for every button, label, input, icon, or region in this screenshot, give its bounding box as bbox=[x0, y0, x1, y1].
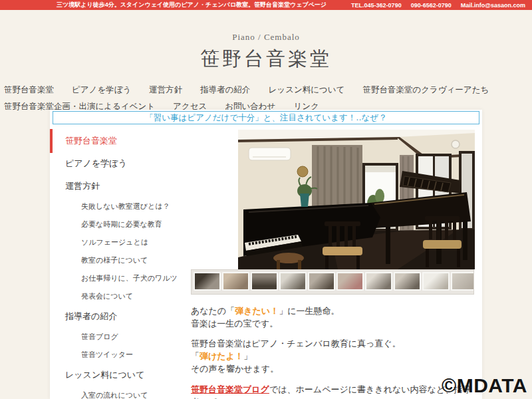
topbar-tel-mobile: 090-6562-0790 bbox=[411, 2, 452, 9]
gallery-thumbnail-2[interactable] bbox=[222, 272, 249, 291]
nav-row-1: 笹野台音楽堂 ピアノを学ぼう 運営方針 指導者の紹介 レッスン料について 笹野台… bbox=[0, 82, 532, 98]
sidebar-item-instructors[interactable]: 指導者の紹介 bbox=[50, 305, 191, 328]
wall-clock bbox=[452, 140, 460, 148]
intro-copy: あなたの「弾きたい！」に一生懸命。 音楽は一生の宝です。 笹野台音楽堂はピアノ・… bbox=[191, 305, 482, 399]
gallery-thumbnail-3[interactable] bbox=[251, 272, 278, 291]
sidebar-subitem-twitter[interactable]: 笹音ツイッター bbox=[50, 346, 191, 364]
topbar: 三ツ境駅より徒歩4分。スタインウェイ使用のピアノ・チェンバロ教室。笹野台音楽堂ウ… bbox=[0, 0, 532, 10]
sidebar-subitem-education-timing[interactable]: 必要な時期に必要な教育 bbox=[50, 215, 191, 233]
gallery-thumbnail-6[interactable] bbox=[336, 272, 364, 291]
main-photo bbox=[238, 130, 475, 269]
sidebar-subitem-recital[interactable]: 発表会について bbox=[50, 287, 191, 305]
blog-paragraph: 笹野台音楽堂ブログでは、ホームページに書ききれない内容など、指導者・ピアニス 者… bbox=[191, 383, 482, 399]
sidebar-subitem-solfege[interactable]: ソルフェージュとは bbox=[50, 233, 191, 251]
sidebar-item-lesson-fees[interactable]: レッスン料について bbox=[50, 364, 191, 386]
gallery-thumbnail-4[interactable] bbox=[279, 272, 307, 291]
gallery-thumbnails-strip bbox=[191, 269, 474, 295]
gallery-thumbnail-1[interactable] bbox=[194, 272, 221, 291]
mission-paragraph: 笹野台音楽堂はピアノ・チェンバロ教育に真っ直ぐ。 「弾けたよ！」 その声を響かせ… bbox=[191, 337, 482, 375]
sidebar-subitem-blog[interactable]: 笹音ブログ bbox=[50, 328, 191, 346]
site-title: 笹野台音楽堂 bbox=[0, 46, 532, 72]
sidebar-subitem-choosing-classroom[interactable]: 失敗しない教室選びとは？ bbox=[50, 198, 191, 215]
lead-paragraph: あなたの「弾きたい！」に一生懸命。 音楽は一生の宝です。 bbox=[191, 305, 482, 330]
nav-learn-piano[interactable]: ピアノを学ぼう bbox=[72, 84, 131, 96]
sidebar-subitem-classroom-scenes[interactable]: 教室の様子について bbox=[50, 251, 191, 269]
content-card: 「習い事はピアノだけで十分」と、注目されています！‥なぜ？ 笹野台音楽堂 ピアノ… bbox=[50, 110, 482, 399]
highlight-hiketayo: 弾けたよ！ bbox=[200, 351, 243, 361]
main-content: あなたの「弾きたい！」に一生懸命。 音楽は一生の宝です。 笹野台音楽堂はピアノ・… bbox=[191, 130, 482, 399]
gallery-thumbnail-7[interactable] bbox=[365, 272, 392, 291]
gallery-thumbnail-9[interactable] bbox=[422, 272, 450, 291]
gallery-thumbnail-5[interactable] bbox=[308, 272, 335, 291]
watermark: ©MDATA bbox=[442, 374, 527, 397]
sidebar-item-home[interactable]: 笹野台音楽堂 bbox=[50, 130, 191, 152]
topbar-contact: TEL.045-362-0790 090-6562-0790 Mail.info… bbox=[351, 2, 525, 9]
sidebar-subitem-after-work-waltz[interactable]: お仕事帰りに、子犬のワルツ bbox=[50, 269, 191, 287]
highlight-hikitai: 弾きたい！ bbox=[235, 306, 279, 316]
topbar-tel-primary: TEL.045-362-0790 bbox=[351, 2, 402, 9]
site-subtitle: Piano / Cembalo bbox=[0, 32, 532, 43]
topbar-mail: Mail.info@sasaon.com bbox=[461, 2, 525, 9]
notice-banner[interactable]: 「習い事はピアノだけで十分」と、注目されています！‥なぜ？ bbox=[53, 111, 479, 124]
wall-ornament bbox=[297, 166, 308, 177]
blog-link[interactable]: 笹野台音楽堂ブログ bbox=[191, 384, 269, 394]
gallery-thumbnail-8[interactable] bbox=[394, 272, 421, 291]
topbar-tagline: 三ツ境駅より徒歩4分。スタインウェイ使用のピアノ・チェンバロ教室。笹野台音楽堂ウ… bbox=[57, 1, 327, 9]
air-conditioner bbox=[249, 148, 291, 160]
sidebar-subitem-enrollment-flow[interactable]: 入室の流れについて bbox=[50, 386, 191, 399]
sidebar: 笹野台音楽堂 ピアノを学ぼう 運営方針 失敗しない教室選びとは？ 必要な時期に必… bbox=[50, 130, 191, 399]
gallery-thumbnail-10[interactable] bbox=[451, 272, 474, 291]
nav-home[interactable]: 笹野台音楽堂 bbox=[4, 84, 54, 96]
nav-claviers[interactable]: 笹野台音楽堂のクラヴィーアたち bbox=[362, 84, 489, 96]
sidebar-item-learn-piano[interactable]: ピアノを学ぼう bbox=[50, 152, 191, 175]
nav-instructors[interactable]: 指導者の紹介 bbox=[200, 84, 250, 96]
sidebar-item-policy[interactable]: 運営方針 bbox=[50, 175, 191, 198]
nav-lesson-fees[interactable]: レッスン料について bbox=[269, 84, 345, 96]
site-header: Piano / Cembalo 笹野台音楽堂 bbox=[0, 0, 532, 72]
nav-policy[interactable]: 運営方針 bbox=[149, 84, 182, 96]
